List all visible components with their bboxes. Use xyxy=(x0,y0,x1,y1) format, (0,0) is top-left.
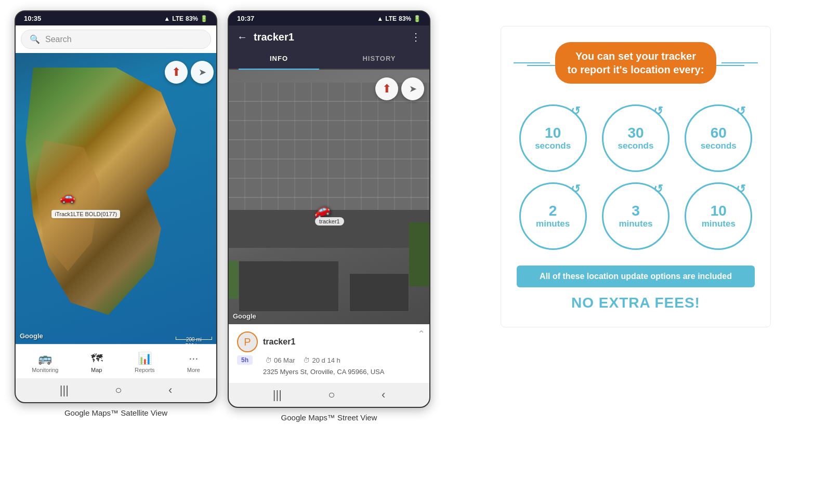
phone2-status-bar: 10:37 ▲ LTE 83% 🔋 xyxy=(229,11,429,25)
nav-more[interactable]: ··· More xyxy=(182,350,205,375)
info-card: You can set your trackerto report it's l… xyxy=(501,26,771,327)
date-text: 06 Mar xyxy=(274,356,295,364)
no-extra-fees: NO EXTRA FEES! xyxy=(517,295,755,311)
scale-200mi: 200 mi xyxy=(186,337,202,342)
circle-2min-number: 2 xyxy=(549,203,557,219)
phone1-status-right: ▲ LTE 83% 🔋 xyxy=(164,15,208,22)
tracker-meta: 5h ⏱ 06 Mar ⏱ 20 d 14 h xyxy=(237,355,421,365)
scroll-hint-icon: ⌃ xyxy=(417,328,425,340)
map-icon: 🗺 xyxy=(91,352,102,365)
phone2-caption: Google Maps™ Street View xyxy=(281,413,377,422)
circle-2min: 2 minutes xyxy=(519,182,587,250)
phone2-battery-icon: 🔋 xyxy=(413,15,421,22)
avatar-letter: P xyxy=(244,336,251,348)
phone2-location-btn[interactable]: ➤ xyxy=(401,77,424,100)
tab-history[interactable]: HISTORY xyxy=(329,48,429,69)
circle-10sec-unit: seconds xyxy=(535,141,571,151)
circle-3min-number: 3 xyxy=(632,203,640,219)
more-icon: ··· xyxy=(189,352,198,365)
tracker-date: ⏱ 06 Mar xyxy=(265,355,295,365)
circle-10min: 10 minutes xyxy=(685,182,752,250)
gesture2-back[interactable]: ‹ xyxy=(382,388,385,402)
aerial-location-icon: ➤ xyxy=(409,83,417,95)
phone1-gesture-bar: ||| ○ ‹ xyxy=(16,378,216,402)
phone1-status-bar: 10:35 ▲ LTE 83% 🔋 xyxy=(16,11,216,25)
app-title: tracker1 xyxy=(254,31,404,43)
banner-line-right xyxy=(716,65,744,66)
circle-60sec-number: 60 xyxy=(711,125,727,141)
phone1-signal: ▲ xyxy=(164,15,170,22)
nav-monitoring[interactable]: 🚌 Monitoring xyxy=(27,350,63,375)
phone2-compass[interactable]: ⬆ xyxy=(375,77,398,100)
gesture-home[interactable]: ○ xyxy=(115,383,122,397)
phone1-map-pin: 🚗 xyxy=(60,190,75,204)
banner-line-left xyxy=(527,65,555,66)
phone1-wrapper: 10:35 ▲ LTE 83% 🔋 🔍 Search xyxy=(15,10,217,417)
search-icon: 🔍 xyxy=(30,34,40,44)
circle-30sec: 30 seconds xyxy=(602,104,670,172)
gesture2-home[interactable]: ○ xyxy=(328,388,335,402)
nav-monitoring-label: Monitoring xyxy=(32,367,58,373)
nav-more-label: More xyxy=(187,367,200,373)
main-container: 10:35 ▲ LTE 83% 🔋 🔍 Search xyxy=(15,10,825,422)
circle-10min-number: 10 xyxy=(711,203,727,219)
clock-icon: ⏱ xyxy=(265,356,272,364)
phone1-location-btn[interactable]: ➤ xyxy=(191,61,214,84)
circle-3min-unit: minutes xyxy=(619,219,652,229)
phone1-google-watermark: Google xyxy=(20,332,43,340)
monitoring-icon: 🚌 xyxy=(38,352,52,365)
nav-map-label: Map xyxy=(91,367,102,373)
nav-map[interactable]: 🗺 Map xyxy=(86,350,108,375)
orange-banner: You can set your trackerto report it's l… xyxy=(555,42,717,84)
circle-2min-unit: minutes xyxy=(536,219,570,229)
circle-60sec: 60 seconds xyxy=(685,104,752,172)
tab-info[interactable]: INFO xyxy=(229,48,329,69)
badge-5h: 5h xyxy=(237,355,253,365)
circle-30sec-unit: seconds xyxy=(618,141,653,151)
menu-button[interactable]: ⋮ xyxy=(411,31,421,43)
phone1-time: 10:35 xyxy=(24,15,41,22)
search-input[interactable]: Search xyxy=(45,35,72,44)
circle-3min: 3 minutes xyxy=(602,182,670,250)
phone2-signal: ▲ xyxy=(377,15,383,22)
phone2-network: LTE xyxy=(385,15,397,22)
phone1-map-container[interactable]: ⬆ ➤ 🚗 iTrack1LTE BOLD(0177) xyxy=(16,53,216,344)
phone1-caption: Google Maps™ Satellite View xyxy=(64,408,167,417)
gesture2-menu: ||| xyxy=(273,388,282,402)
reports-icon: 📊 xyxy=(138,352,152,365)
nav-reports[interactable]: 📊 Reports xyxy=(129,350,160,375)
banner-container: You can set your trackerto report it's l… xyxy=(517,42,755,89)
tracker-duration: ⏱ 20 d 14 h xyxy=(303,355,340,365)
circle-60sec-unit: seconds xyxy=(701,141,737,151)
circles-grid: 10 seconds 30 seconds 60 seconds 2 minut… xyxy=(517,104,755,250)
tracker-info-header: P tracker1 xyxy=(237,331,421,352)
circle-30sec-number: 30 xyxy=(627,125,644,141)
tracker-label-text: iTrack1LTE BOLD(0177) xyxy=(55,211,117,217)
tracker-info-panel: ⌃ P tracker1 5h ⏱ 06 Mar xyxy=(229,324,429,383)
teal-banner: All of these location update options are… xyxy=(517,266,755,287)
phone2-map-container[interactable]: 🚗 tracker1 ⬆ ➤ Google xyxy=(229,70,429,324)
phone2-wrapper: 10:37 ▲ LTE 83% 🔋 ← tracker1 ⋮ xyxy=(228,10,430,422)
phone1-bottom-nav: 🚌 Monitoring 🗺 Map 📊 Reports ··· More xyxy=(16,344,216,378)
back-button[interactable]: ← xyxy=(237,31,247,43)
phone2-app-header: ← tracker1 ⋮ xyxy=(229,25,429,48)
location-icon: ➤ xyxy=(199,67,206,78)
phone1-battery-icon: 🔋 xyxy=(200,15,208,22)
phone2-tabs: INFO HISTORY xyxy=(229,48,429,70)
gesture-menu: ||| xyxy=(60,383,69,397)
phone2-battery: 83% xyxy=(399,15,411,22)
scale-500km: 500 km xyxy=(186,343,203,344)
aerial-map-bg: 🚗 tracker1 ⬆ ➤ Google xyxy=(229,70,429,324)
circle-10sec: 10 seconds xyxy=(519,104,587,172)
tab-info-label: INFO xyxy=(270,55,288,62)
phone1-search-bar[interactable]: 🔍 Search xyxy=(21,30,211,49)
banner-text: You can set your trackerto report it's l… xyxy=(568,50,704,75)
tracker-pin-icon: 🚗 xyxy=(60,190,75,204)
phone1-battery: 83% xyxy=(186,15,198,22)
timer-icon: ⏱ xyxy=(303,356,310,364)
duration-text: 20 d 14 h xyxy=(312,356,340,364)
circle-10sec-number: 10 xyxy=(545,125,561,141)
phone1-scale-bar: 200 mi 500 km xyxy=(176,337,212,340)
phone1-compass[interactable]: ⬆ xyxy=(165,61,188,84)
gesture-back[interactable]: ‹ xyxy=(168,383,172,397)
